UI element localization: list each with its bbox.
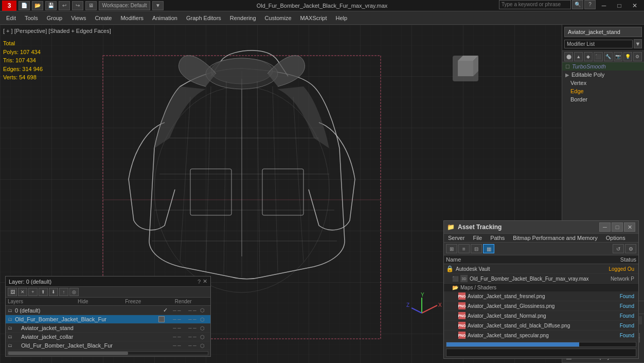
menu-edit[interactable]: Edit	[2, 14, 20, 22]
help-btn[interactable]: ?	[584, 0, 596, 9]
panel-icon-7[interactable]: 💡	[623, 52, 632, 61]
panel-icon-5[interactable]: 🔧	[604, 52, 613, 61]
asset-row-vault[interactable]: 🔒 Autodesk Vault Logged Ou	[444, 264, 638, 274]
redo-btn[interactable]: ↪	[72, 1, 83, 10]
asset-menu-server[interactable]: Server	[444, 234, 469, 242]
asset-png-name-2: Aviator_Jacket_stand_Normal.png	[468, 313, 595, 319]
undo-btn[interactable]: ↩	[59, 1, 70, 10]
asset-refresh-icon[interactable]: ↺	[613, 244, 624, 253]
panel-icon-3[interactable]: ◆	[584, 52, 593, 61]
asset-minimize-btn[interactable]: ─	[599, 222, 611, 232]
panel-icon-8[interactable]: ⚙	[633, 52, 642, 61]
layer-icon-6[interactable]: ↑	[59, 288, 68, 296]
menu-group[interactable]: Group	[43, 14, 67, 22]
layer-row-0-render: ─ ─	[185, 308, 200, 313]
maximize-btn[interactable]: □	[612, 0, 627, 11]
col-status: Status	[595, 256, 636, 263]
menu-create[interactable]: Create	[91, 14, 116, 22]
panel-icon-4[interactable]: ⬛	[594, 52, 602, 61]
menu-help[interactable]: Help	[332, 14, 352, 22]
asset-icon-4[interactable]: ▦	[483, 244, 494, 253]
layer-row-0-name: 0 (default)	[15, 307, 161, 314]
asset-menu-file[interactable]: File	[469, 234, 486, 242]
layer-panel-title: Layer: 0 (default) ? ✕	[6, 276, 210, 287]
save-btn[interactable]: 💾	[45, 1, 57, 10]
asset-menu-bitmap[interactable]: Bitmap Performance and Memory	[509, 234, 601, 242]
menu-maxscript[interactable]: MAXScript	[296, 14, 331, 22]
asset-png-icon-3: PNG	[458, 322, 466, 329]
layer-row-1[interactable]: 🗂 Old_Fur_Bomber_Jacket_Black_Fur ─ ─ ─ …	[6, 315, 210, 324]
new-btn[interactable]: 📄	[19, 1, 30, 10]
asset-png-name-3: Aviator_Jacket_stand_old_black_Diffuse.p…	[468, 323, 595, 329]
col-freeze: Freeze	[108, 299, 158, 304]
panel-icon-1[interactable]: ⬤	[564, 52, 573, 61]
open-btn[interactable]: 📂	[32, 1, 43, 10]
modifier-editable-poly[interactable]: ▶ Editable Poly	[562, 71, 644, 79]
asset-png-name-0: Aviator_Jacket_stand_fresnel.png	[468, 293, 595, 299]
asset-menu-options[interactable]: Options	[602, 234, 630, 242]
layer-icon-5[interactable]: ⬇	[49, 288, 58, 296]
menu-graph-editors[interactable]: Graph Editors	[182, 14, 225, 22]
panel-icon-2[interactable]: ▲	[574, 52, 583, 61]
layer-icon-1[interactable]: 🖼	[8, 288, 17, 296]
asset-menu-paths[interactable]: Paths	[486, 234, 509, 242]
layer-row-1-checkbox[interactable]	[158, 316, 165, 322]
asset-row-png-3[interactable]: PNG Aviator_Jacket_stand_old_black_Diffu…	[444, 321, 638, 331]
menu-views[interactable]: Views	[67, 14, 90, 22]
menu-tools[interactable]: Tools	[21, 14, 42, 22]
close-btn[interactable]: ✕	[628, 0, 642, 11]
svg-text:X: X	[438, 302, 442, 308]
asset-maximize-btn[interactable]: □	[612, 222, 623, 232]
search-input[interactable]	[499, 0, 571, 9]
panel-icon-6[interactable]: 📷	[614, 52, 622, 61]
workspace-arrow[interactable]: ▼	[152, 1, 164, 10]
layer-icon-4[interactable]: ⬆	[39, 288, 48, 296]
layer-row-2[interactable]: 🗂 Aviator_jacket_stand ─ ─ ─ ─ ⬡	[6, 324, 210, 333]
menu-modifiers[interactable]: Modifiers	[116, 14, 148, 22]
search-btn[interactable]: 🔍	[572, 0, 583, 9]
svg-text:Y: Y	[421, 292, 424, 298]
asset-png-name-1: Aviator_Jacket_stand_Glossiness.png	[468, 303, 595, 309]
titlebar-left: 3 📄 📂 💾 ↩ ↪ 🖥 Workspace: Default ▼	[0, 1, 164, 11]
layer-icon-2[interactable]: ✕	[18, 288, 27, 296]
asset-row-png-2[interactable]: PNG Aviator_Jacket_stand_Normal.png Foun…	[444, 311, 638, 321]
layer-help-btn[interactable]: ?	[198, 279, 201, 285]
asset-png-status-3: Found	[595, 323, 636, 329]
asset-row-max[interactable]: ⬛ 3D Old_Fur_Bomber_Jacket_Black_Fur_max…	[444, 274, 638, 284]
asset-row-png-1[interactable]: PNG Aviator_Jacket_stand_Glossiness.png …	[444, 301, 638, 311]
asset-png-status-0: Found	[595, 293, 636, 299]
menu-animation[interactable]: Animation	[148, 14, 182, 22]
layer-row-4-freeze: ─ ─	[169, 343, 185, 348]
asset-settings-icon[interactable]: ⚙	[625, 244, 636, 253]
layer-row-4[interactable]: 🗂 Old_Fur_Bomber_Jacket_Black_Fur ─ ─ ─ …	[6, 341, 210, 350]
modifier-edge[interactable]: Edge	[562, 87, 644, 95]
asset-row-group[interactable]: 📂 Maps / Shaders	[444, 284, 638, 291]
layer-row-3-name: Aviator_jacket_collar	[15, 334, 169, 340]
layer-scrollbar[interactable]	[8, 351, 208, 355]
layer-close-btn[interactable]: ✕	[203, 278, 207, 285]
layer-row-0[interactable]: 🗂 0 (default) ✓ ─ ─ ─ ─ ⬡	[6, 306, 210, 315]
menu-customize[interactable]: Customize	[261, 14, 296, 22]
modifier-dropdown-arrow[interactable]: ▼	[634, 39, 642, 48]
asset-icon-1[interactable]: ⊞	[446, 244, 457, 253]
modifier-turbosmooth[interactable]: ☐ TurboSmooth	[562, 62, 644, 71]
asset-icon-2[interactable]: ≡	[458, 244, 470, 253]
layer-icon-3[interactable]: +	[28, 288, 38, 296]
modifier-border[interactable]: Border	[562, 95, 644, 103]
asset-png-icon-4: PNG	[458, 332, 466, 339]
layer-row-3-freeze: ─ ─	[169, 334, 185, 339]
menu-rendering[interactable]: Rendering	[226, 14, 260, 22]
title-bar: 3 📄 📂 💾 ↩ ↪ 🖥 Workspace: Default ▼ Old_F…	[0, 0, 644, 11]
asset-row-png-0[interactable]: PNG Aviator_Jacket_stand_fresnel.png Fou…	[444, 291, 638, 301]
asset-icon-3[interactable]: ⊟	[471, 244, 482, 253]
minimize-btn[interactable]: ─	[597, 0, 611, 11]
layer-row-3[interactable]: 🗂 Aviator_jacket_collar ─ ─ ─ ─ ⬡	[6, 333, 210, 341]
layer-row-0-freeze: ─ ─	[169, 308, 185, 313]
asset-close-btn[interactable]: ✕	[624, 222, 635, 232]
modifier-vertex[interactable]: Vertex	[562, 79, 644, 87]
asset-row-png-4[interactable]: PNG Aviator_Jacket_stand_specular.png Fo…	[444, 331, 638, 340]
layer-row-2-freeze: ─ ─	[169, 325, 185, 331]
viewport-label: [ + ] [Perspective] [Shaded + Edged Face…	[3, 28, 111, 34]
workspace-dropdown[interactable]: Workspace: Default	[99, 1, 150, 10]
layer-icon-7[interactable]: ◎	[69, 288, 79, 296]
